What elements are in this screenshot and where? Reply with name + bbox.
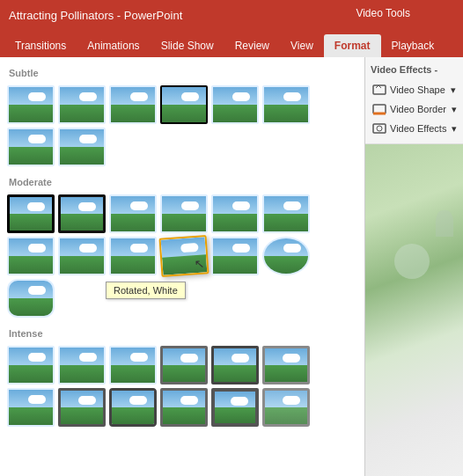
video-border-label: Video Border bbox=[390, 104, 446, 114]
video-tools-label: Video Tools bbox=[356, 7, 410, 19]
slide-image bbox=[365, 144, 463, 476]
video-tools-section: Video Effects - Video Shape ▾ Video Bord… bbox=[365, 57, 463, 144]
style-item[interactable] bbox=[211, 237, 259, 275]
style-item[interactable] bbox=[160, 194, 208, 233]
style-item[interactable] bbox=[109, 85, 157, 124]
video-effects-button[interactable]: Video Effects ▾ bbox=[369, 119, 459, 138]
video-shape-label: Video Shape bbox=[390, 84, 445, 95]
style-item[interactable] bbox=[109, 388, 157, 427]
ribbon-tabs: Transitions Animations Slide Show Review… bbox=[0, 31, 463, 57]
style-item[interactable] bbox=[7, 128, 55, 166]
video-shape-button[interactable]: Video Shape ▾ bbox=[369, 80, 459, 99]
style-item[interactable] bbox=[58, 85, 106, 124]
style-item[interactable] bbox=[262, 194, 310, 233]
style-item[interactable] bbox=[109, 194, 157, 233]
style-item[interactable] bbox=[58, 128, 106, 166]
video-effects-icon bbox=[372, 121, 386, 135]
intense-grid bbox=[7, 346, 357, 427]
video-shape-arrow: ▾ bbox=[451, 84, 456, 96]
moderate-grid: ↖ bbox=[7, 194, 357, 318]
video-effects-title: Video Effects - bbox=[369, 62, 459, 77]
tab-review[interactable]: Review bbox=[224, 34, 280, 57]
style-item[interactable] bbox=[211, 388, 259, 427]
tab-playback[interactable]: Playback bbox=[381, 34, 445, 57]
style-item[interactable] bbox=[160, 346, 208, 384]
style-item[interactable] bbox=[262, 85, 310, 124]
video-effects-arrow: ▾ bbox=[452, 123, 457, 135]
tab-animations[interactable]: Animations bbox=[77, 34, 150, 57]
right-panel: Video Effects - Video Shape ▾ Video Bord… bbox=[365, 57, 463, 476]
style-item[interactable] bbox=[7, 388, 55, 427]
video-border-icon bbox=[372, 102, 386, 116]
tab-format[interactable]: Format bbox=[324, 34, 381, 57]
video-effects-label: Video Effects bbox=[390, 123, 446, 134]
style-item[interactable] bbox=[58, 237, 106, 275]
tab-transitions[interactable]: Transitions bbox=[4, 34, 77, 57]
title-bar: Attracting Pollinators - PowerPoint Vide… bbox=[0, 0, 463, 31]
video-shape-icon bbox=[372, 83, 386, 97]
subtle-grid bbox=[7, 85, 357, 166]
slide-preview bbox=[365, 144, 463, 476]
style-item[interactable] bbox=[109, 346, 157, 384]
style-item[interactable] bbox=[160, 388, 208, 427]
style-panel: Subtle Moderate bbox=[0, 57, 365, 476]
style-item[interactable] bbox=[7, 85, 55, 124]
style-item-rotated-white[interactable]: ↖ bbox=[159, 235, 209, 277]
style-item[interactable] bbox=[7, 279, 55, 318]
tab-slideshow[interactable]: Slide Show bbox=[151, 34, 224, 57]
tooltip-rotated-white: Rotated, White bbox=[106, 282, 186, 299]
style-item[interactable] bbox=[7, 237, 55, 275]
style-item[interactable] bbox=[211, 85, 259, 124]
style-item[interactable] bbox=[109, 237, 157, 275]
style-item[interactable] bbox=[7, 346, 55, 384]
main-content: Subtle Moderate bbox=[0, 57, 463, 476]
style-item[interactable] bbox=[58, 388, 106, 427]
style-item-selected[interactable] bbox=[160, 85, 208, 124]
app-title: Attracting Pollinators - PowerPoint bbox=[9, 9, 182, 22]
tab-view[interactable]: View bbox=[280, 34, 324, 57]
svg-point-4 bbox=[377, 126, 382, 131]
style-item[interactable] bbox=[211, 194, 259, 233]
section-moderate-header: Moderate bbox=[7, 173, 357, 191]
video-border-button[interactable]: Video Border ▾ bbox=[369, 99, 459, 119]
style-item[interactable] bbox=[58, 194, 106, 233]
style-item[interactable] bbox=[58, 346, 106, 384]
style-item[interactable] bbox=[262, 346, 310, 384]
video-border-arrow: ▾ bbox=[452, 104, 457, 115]
style-item[interactable] bbox=[7, 194, 55, 233]
style-item-oval[interactable] bbox=[262, 237, 310, 275]
style-item[interactable] bbox=[262, 388, 310, 427]
style-item[interactable] bbox=[211, 346, 259, 384]
section-intense-header: Intense bbox=[7, 325, 357, 342]
section-subtle-header: Subtle bbox=[7, 64, 357, 82]
